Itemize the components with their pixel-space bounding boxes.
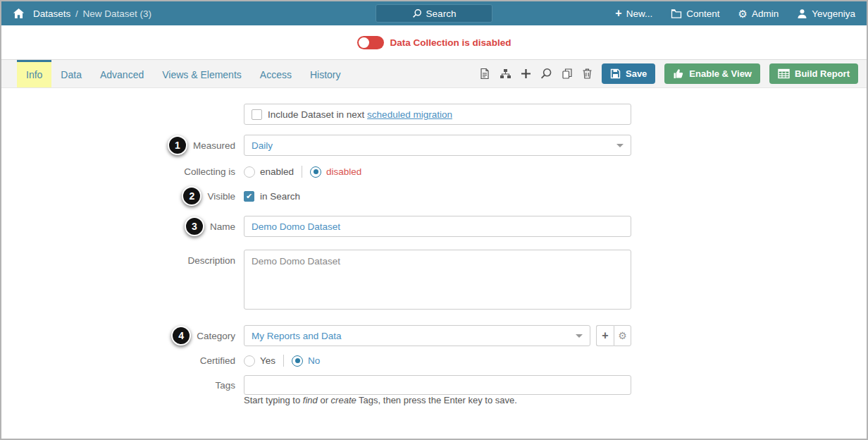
toggle-knob	[359, 37, 369, 48]
new-menu-label: New...	[626, 8, 653, 19]
collecting-disabled-label: disabled	[326, 166, 361, 177]
divider	[302, 166, 302, 178]
home-icon[interactable]	[13, 8, 25, 19]
admin-menu-label: Admin	[752, 8, 779, 19]
collecting-enabled-option[interactable]: enabled	[244, 166, 294, 178]
report-table-icon	[778, 68, 790, 79]
manage-categories-button[interactable]: ⚙	[614, 325, 631, 346]
measured-select[interactable]: Daily	[244, 135, 631, 156]
collecting-label: Collecting is	[184, 166, 235, 177]
copy-icon[interactable]	[562, 68, 573, 80]
tab-views-elements[interactable]: Views & Elements	[153, 60, 251, 87]
plus-icon: +	[615, 8, 621, 19]
visible-in-search-checkbox[interactable]: ✔	[244, 191, 254, 202]
search-label: Search	[426, 8, 457, 19]
content-menu-label: Content	[686, 8, 719, 19]
add-icon[interactable]	[521, 68, 531, 79]
description-label: Description	[187, 255, 235, 266]
add-category-button[interactable]: +	[596, 325, 614, 346]
new-menu[interactable]: + New...	[615, 8, 652, 19]
gear-icon: ⚙	[738, 8, 747, 19]
tab-access-label: Access	[260, 69, 292, 80]
admin-menu[interactable]: ⚙ Admin	[738, 8, 779, 19]
tab-advanced-label: Advanced	[100, 69, 144, 80]
step-badge-4: 4	[171, 326, 191, 346]
step-badge-3: 3	[185, 216, 204, 236]
delete-icon[interactable]	[582, 68, 593, 80]
category-label: Category	[197, 331, 235, 341]
tab-advanced[interactable]: Advanced	[91, 60, 153, 87]
lineage-icon[interactable]	[500, 68, 512, 80]
tab-strip: Info Data Advanced Views & Elements Acce…	[1, 59, 867, 88]
enable-view-button-label: Enable & View	[689, 68, 752, 79]
search-icon	[412, 8, 422, 18]
category-select[interactable]: My Reports and Data	[244, 325, 590, 346]
search-input[interactable]: Search	[376, 4, 492, 23]
measured-label: Measured	[193, 140, 235, 151]
top-navigation-bar: Datasets / New Dataset (3) Search + New.…	[1, 1, 867, 25]
folder-icon	[671, 8, 682, 19]
tags-input[interactable]	[244, 375, 631, 395]
tags-label: Tags	[215, 380, 235, 391]
certified-yes-radio[interactable]	[244, 355, 255, 367]
step-badge-1: 1	[168, 135, 187, 155]
helper-seg1: Start typing to	[244, 395, 303, 405]
save-icon	[610, 68, 621, 79]
details-icon[interactable]	[479, 68, 490, 80]
name-label: Name	[210, 221, 235, 232]
category-actions: + ⚙	[596, 325, 631, 346]
scheduled-migration-link[interactable]: scheduled migration	[367, 109, 452, 120]
measured-value: Daily	[252, 140, 273, 151]
chevron-down-icon	[616, 144, 624, 147]
category-value: My Reports and Data	[252, 331, 342, 341]
gear-icon: ⚙	[618, 330, 627, 341]
user-menu-label: Yevgeniya	[812, 8, 855, 19]
certified-yes-label: Yes	[260, 355, 275, 366]
collecting-enabled-radio[interactable]	[244, 166, 255, 178]
helper-seg2: or	[318, 395, 331, 405]
certified-label: Certified	[200, 355, 235, 366]
user-icon	[797, 8, 807, 19]
build-report-button[interactable]: Build Report	[769, 63, 858, 84]
tab-data[interactable]: Data	[51, 60, 91, 87]
migration-text-prefix: Include Dataset in next	[268, 109, 364, 120]
save-button[interactable]: Save	[602, 63, 655, 84]
helper-create: create	[331, 395, 356, 405]
plus-icon: +	[602, 329, 608, 342]
user-menu[interactable]: Yevgeniya	[797, 8, 855, 19]
tab-access[interactable]: Access	[251, 60, 301, 87]
tab-info-label: Info	[26, 69, 42, 80]
collecting-disabled-radio[interactable]	[310, 166, 321, 178]
migration-field: Include Dataset in next scheduled migrat…	[244, 104, 631, 125]
description-textarea[interactable]: Demo Domo Dataset	[244, 250, 631, 310]
dataset-info-form: Include Dataset in next scheduled migrat…	[1, 88, 867, 405]
checkmark-icon: ✔	[246, 192, 252, 201]
breadcrumb-section[interactable]: Datasets	[33, 8, 70, 19]
name-input[interactable]: Demo Domo Dataset	[244, 216, 631, 237]
content-menu[interactable]: Content	[671, 8, 719, 19]
certified-no-radio[interactable]	[292, 355, 303, 367]
breadcrumb-page: New Dataset (3)	[83, 8, 152, 19]
breadcrumb: Datasets / New Dataset (3)	[33, 8, 151, 19]
collecting-enabled-label: enabled	[260, 166, 294, 177]
thumbs-up-icon	[673, 68, 684, 79]
breadcrumb-separator: /	[75, 8, 78, 19]
certified-yes-option[interactable]: Yes	[244, 355, 275, 367]
tab-history[interactable]: History	[301, 60, 350, 87]
include-migration-checkbox[interactable]	[252, 109, 262, 120]
helper-seg3: Tags, then press the Enter key to save.	[356, 395, 517, 405]
certified-no-option[interactable]: No	[292, 355, 320, 367]
data-collection-banner: Data Collection is disabled	[1, 25, 867, 59]
divider	[283, 355, 284, 367]
enable-view-button[interactable]: Enable & View	[664, 63, 760, 84]
search-icon[interactable]	[540, 68, 552, 80]
tab-views-elements-label: Views & Elements	[162, 69, 242, 80]
certified-no-label: No	[308, 355, 320, 366]
chevron-down-icon	[576, 334, 583, 338]
tab-info[interactable]: Info	[17, 60, 51, 87]
data-collection-toggle[interactable]	[357, 36, 384, 49]
tab-data-label: Data	[61, 69, 82, 80]
collecting-disabled-option[interactable]: disabled	[310, 166, 361, 178]
visible-in-search-label: in Search	[260, 191, 300, 202]
tab-history-label: History	[310, 69, 341, 80]
